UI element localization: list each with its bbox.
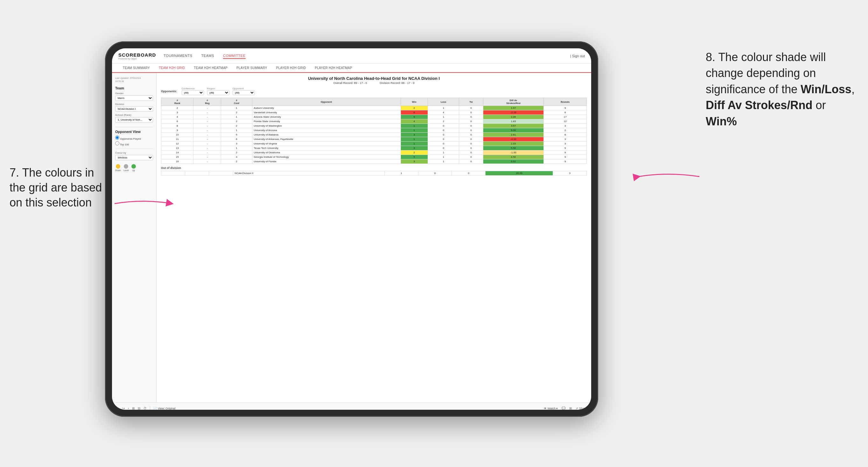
main-nav: TOURNAMENTS TEAMS COMMITTEE (163, 53, 570, 59)
cell-reg: - (193, 159, 221, 164)
table-row: 8 - 2 University of Washington 1 0 0 3.6… (161, 124, 587, 128)
cell-loss: 1 (428, 151, 459, 155)
cell-loss: 1 (428, 159, 459, 164)
gender-select[interactable]: Men's (115, 95, 153, 101)
cell-conf: 2 (221, 159, 252, 164)
colour-by-select[interactable]: Win/loss (115, 155, 153, 160)
cell-loss: 0 (428, 128, 459, 133)
cell-opponent: Georgia Institute of Technology (252, 155, 401, 159)
subnav-player-h2h-heatmap[interactable]: PLAYER H2H HEATMAP (311, 64, 357, 72)
cell-win: 5 (401, 115, 428, 119)
cell-tie: 0 (459, 151, 483, 155)
watch-button[interactable]: 👁 Watch ▾ (544, 407, 558, 410)
cell-diff: -2.29 (483, 111, 544, 115)
subnav-team-h2h-grid[interactable]: TEAM H2H GRID (154, 64, 189, 73)
region-filter: Region (All) (207, 87, 229, 95)
subnav-team-h2h-heatmap[interactable]: TEAM H2H HEATMAP (189, 64, 232, 72)
cell-rank: 16 (161, 159, 193, 164)
cell-rounds: 9 (544, 151, 587, 155)
ipad-device: SCOREBOARD Powered by clippd TOURNAMENTS… (105, 41, 598, 417)
cell-loss: 0 (418, 171, 452, 176)
conference-filter-label: Conference (182, 87, 204, 90)
cell-diff: -4.33 (483, 137, 544, 142)
cell-win: 5 (401, 155, 428, 159)
nav-tournaments[interactable]: TOURNAMENTS (163, 53, 192, 59)
annotation-left-text: 7. The colours in the grid are based on … (9, 166, 102, 209)
cell-win: 3 (401, 146, 428, 151)
cell-conf: 1 (221, 128, 252, 133)
grid-icon[interactable]: ⊞ (569, 407, 572, 410)
table-row: 10 - 5 University of Alabama 3 0 0 2.61 … (161, 133, 587, 137)
cell-rounds: 9 (544, 159, 587, 164)
cell-rank: 10 (161, 133, 193, 137)
col-reg: #Reg (193, 98, 221, 106)
grid-title: University of North Carolina Head-to-Hea… (161, 76, 587, 81)
cell-tie: 0 (459, 119, 483, 124)
cell-loss: 4 (428, 111, 459, 115)
cell-rounds: 3 (544, 124, 587, 128)
clock-icon[interactable]: ⏱ (144, 407, 147, 410)
cell-rounds: 17 (544, 115, 587, 119)
cell-rank: 9 (161, 128, 193, 133)
cell-conf: 6 (221, 137, 252, 142)
subnav-player-summary[interactable]: PLAYER SUMMARY (232, 64, 272, 72)
sidebar: Last Updated: 27/03/2024 16:55:38 Team G… (112, 73, 157, 402)
cell-tie: 0 (459, 155, 483, 159)
logo-area: SCOREBOARD Powered by clippd (118, 52, 156, 60)
cell-reg: - (193, 119, 221, 124)
cell-loss: 1 (428, 155, 459, 159)
cell-reg: - (193, 133, 221, 137)
radio-top100[interactable] (115, 141, 119, 145)
cell-win: 4 (401, 119, 428, 124)
h2h-table: #Rank #Reg #Conf Opponent Win Loss Tie D… (161, 98, 587, 164)
colour-legend: Down Level Up (115, 164, 153, 172)
opponent-filter-label: Opponent (232, 87, 255, 90)
division-select[interactable]: NCAA Division I (115, 106, 153, 112)
comment-icon[interactable]: 💬 (562, 407, 565, 410)
cell-diff: 2.61 (483, 133, 544, 137)
out-of-division-title: Out of division (161, 166, 587, 169)
cell-diff: 3.67 (483, 124, 544, 128)
cell-win: 1 (401, 142, 428, 146)
cell-reg: - (193, 137, 221, 142)
filter-row: Opponents: Conference (All) Region (All) (161, 87, 587, 95)
legend-up-label: Up (132, 169, 135, 172)
nav-teams[interactable]: TEAMS (202, 53, 214, 59)
legend-down-label: Down (115, 169, 121, 172)
table-row: 14 - 2 University of Oklahoma 2 1 0 -1.0… (161, 151, 587, 155)
back-icon[interactable]: ‹ (128, 407, 129, 410)
cell-rank: 2 (161, 106, 193, 111)
camera-icon[interactable]: ⊞ (132, 407, 134, 410)
region-select[interactable]: (All) (207, 90, 229, 95)
app-header: SCOREBOARD Powered by clippd TOURNAMENTS… (112, 49, 591, 64)
school-select[interactable]: 1. University of Nort... (115, 117, 153, 122)
undo-icon[interactable]: ↩ (117, 407, 119, 410)
col-rounds: Rounds (544, 98, 587, 106)
division-record: Division Record: 88 - 17 - 0 (380, 82, 414, 85)
ipad-screen: SCOREBOARD Powered by clippd TOURNAMENTS… (112, 49, 591, 410)
opponent-select[interactable]: (All) (232, 90, 255, 95)
cell-rank (161, 171, 185, 176)
table-row: 6 - 2 Florida State University 4 2 0 1.8… (161, 119, 587, 124)
crop-icon[interactable]: ⊟ (138, 407, 140, 410)
cell-tie: 0 (459, 133, 483, 137)
cell-diff: 4.50 (483, 155, 544, 159)
logo-sub: Powered by clippd (118, 58, 156, 60)
sign-out-link[interactable]: | Sign out (570, 54, 585, 58)
subnav-team-summary[interactable]: TEAM SUMMARY (118, 64, 154, 72)
table-row: 12 - 3 University of Virginia 1 0 0 2.33… (161, 142, 587, 146)
radio-opponents-played[interactable] (115, 135, 119, 139)
table-header-row: #Rank #Reg #Conf Opponent Win Loss Tie D… (161, 98, 587, 106)
subnav-player-h2h-grid[interactable]: PLAYER H2H GRID (272, 64, 311, 72)
cell-reg: - (193, 124, 221, 128)
annotation-bold3: Win% (706, 115, 737, 128)
cell-loss: 0 (428, 137, 459, 142)
school-label: School (Rank) (115, 114, 153, 117)
conference-select[interactable]: (All) (182, 90, 204, 95)
cell-rounds: 12 (544, 119, 587, 124)
nav-committee[interactable]: COMMITTEE (223, 53, 246, 59)
division-label: Division (115, 103, 153, 105)
share-button[interactable]: ↗ Share (576, 407, 587, 410)
redo-icon[interactable]: ↪ (122, 407, 125, 410)
out-of-division-table: NCAA Division II 1 0 0 26.00 3 (161, 171, 587, 176)
